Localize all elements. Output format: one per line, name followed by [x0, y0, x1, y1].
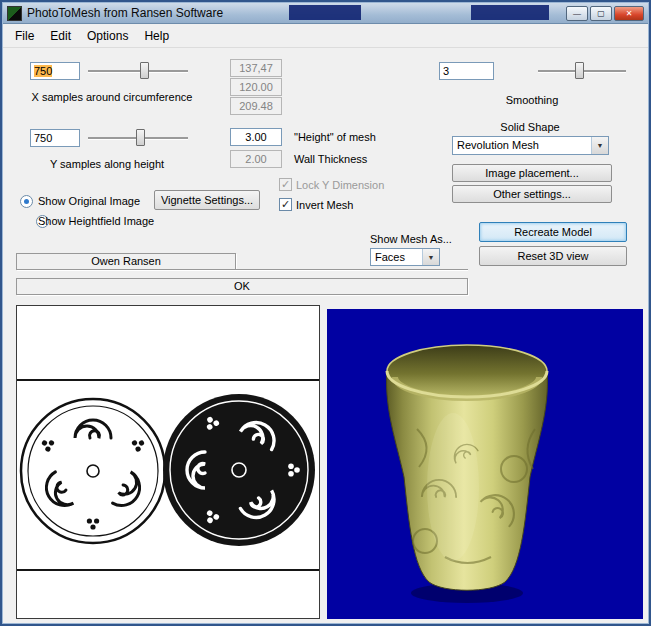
readout-bottom: 209.48: [230, 97, 282, 115]
slider-track[interactable]: [88, 70, 188, 72]
mesh-3d-viewport[interactable]: [327, 309, 643, 619]
mesh-height-input[interactable]: 3.00: [230, 128, 282, 146]
ok-button[interactable]: OK: [16, 278, 468, 295]
y-samples-input[interactable]: 750: [30, 129, 80, 147]
minimize-button[interactable]: —: [566, 6, 588, 21]
solid-shape-dropdown[interactable]: Revolution Mesh ▼: [452, 136, 609, 155]
owner-banner: Owen Ransen: [16, 253, 236, 270]
x-samples-label: X samples around circumference: [22, 91, 202, 103]
solid-shape-value: Revolution Mesh: [453, 137, 591, 154]
menu-bar: File Edit Options Help: [3, 24, 648, 48]
close-button[interactable]: ✕: [614, 6, 644, 21]
lock-y-checkbox: ✓: [279, 178, 292, 191]
show-original-radio[interactable]: [20, 195, 33, 208]
menu-options[interactable]: Options: [79, 26, 136, 46]
wall-thickness-label: Wall Thickness: [294, 153, 367, 165]
menu-edit[interactable]: Edit: [42, 26, 79, 46]
source-image-panel: [16, 305, 320, 619]
readout-mid: 120.00: [230, 78, 282, 96]
celtic-pattern-image: [17, 306, 319, 618]
slider-thumb[interactable]: [140, 62, 149, 79]
show-mesh-as-value: Faces: [371, 249, 422, 265]
reset-3d-view-button[interactable]: Reset 3D view: [479, 246, 627, 266]
invert-mesh-checkbox[interactable]: ✓: [279, 198, 292, 211]
menu-help[interactable]: Help: [136, 26, 177, 46]
app-icon: [7, 6, 22, 21]
titlebar[interactable]: PhotoToMesh from Ransen Software — ▢ ✕: [3, 3, 648, 24]
mesh-height-label: "Height" of mesh: [294, 131, 376, 143]
lock-y-label: Lock Y Dimension: [296, 179, 384, 191]
readout-top: 137,47: [230, 59, 282, 77]
show-mesh-as-dropdown[interactable]: Faces ▼: [370, 248, 440, 266]
smoothing-slider[interactable]: [538, 62, 626, 80]
maximize-button[interactable]: ▢: [590, 6, 612, 21]
menu-file[interactable]: File: [7, 26, 42, 46]
show-mesh-as-label: Show Mesh As...: [370, 233, 452, 245]
y-samples-slider[interactable]: [88, 129, 188, 147]
app-window: PhotoToMesh from Ransen Software — ▢ ✕ F…: [0, 0, 651, 626]
titlebar-artifact: [289, 5, 361, 20]
y-samples-label: Y samples along height: [27, 158, 187, 170]
window-title: PhotoToMesh from Ransen Software: [27, 6, 223, 20]
vignette-settings-button[interactable]: Vignette Settings...: [154, 190, 260, 210]
x-samples-input[interactable]: 750: [30, 62, 80, 80]
show-original-label[interactable]: Show Original Image: [38, 195, 140, 207]
divider: [236, 269, 468, 270]
smoothing-input[interactable]: 3: [439, 62, 494, 80]
recreate-model-button[interactable]: Recreate Model: [479, 222, 627, 242]
x-samples-value: 750: [34, 65, 52, 77]
smoothing-label: Smoothing: [482, 94, 582, 106]
titlebar-artifact: [471, 5, 549, 20]
slider-thumb[interactable]: [136, 129, 145, 146]
other-settings-button[interactable]: Other settings...: [452, 185, 612, 203]
chevron-down-icon[interactable]: ▼: [591, 137, 608, 154]
solid-shape-label: Solid Shape: [480, 121, 580, 133]
window-controls: — ▢ ✕: [566, 6, 644, 21]
x-samples-slider[interactable]: [88, 62, 188, 80]
slider-thumb[interactable]: [575, 62, 584, 79]
chevron-down-icon[interactable]: ▼: [422, 249, 439, 265]
mesh-render: [327, 309, 643, 619]
image-placement-button[interactable]: Image placement...: [452, 164, 612, 182]
invert-mesh-label[interactable]: Invert Mesh: [296, 199, 353, 211]
wall-thickness-input: 2.00: [230, 150, 282, 168]
show-heightfield-label[interactable]: Show Heightfield Image: [38, 215, 154, 227]
